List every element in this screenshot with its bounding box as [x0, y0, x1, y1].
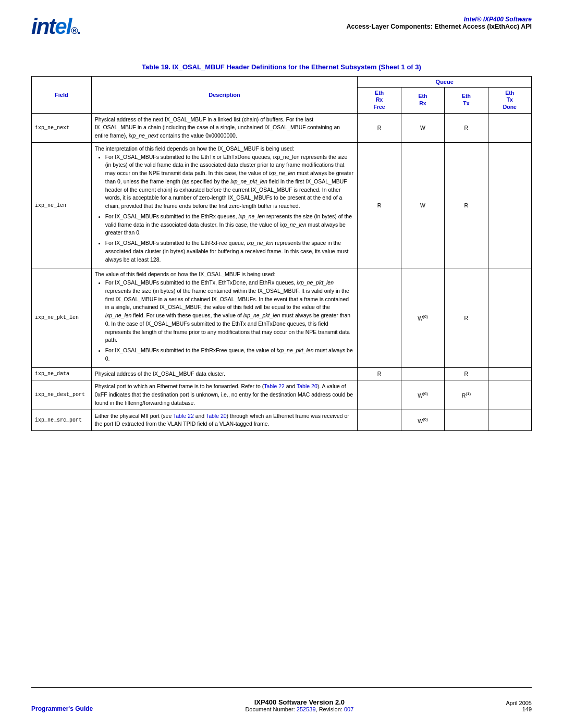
table-row: ixp_ne_len The interpretation of this fi… [32, 142, 532, 268]
field-ixp-ne-src-port: ixp_ne_src_port [32, 410, 92, 431]
footer-right: April 2005 149 [506, 700, 532, 712]
ixp-ne-data-col3: R [445, 367, 488, 380]
ixp-ne-next-col4 [488, 113, 531, 142]
ixp-ne-src-port-col1 [358, 410, 401, 431]
ixp-ne-len-col3: R [445, 142, 488, 268]
table-row: ixp_ne_dest_port Physical port to which … [32, 380, 532, 410]
table-title: Table 19. IX_OSAL_MBUF Header Definition… [31, 63, 532, 71]
footer-doc-number: Document Number: 252539, Revision: 007 [245, 706, 353, 712]
ixp-ne-len-col4 [488, 142, 531, 268]
description-column-header: Description [91, 76, 358, 113]
intel-logo: intel®. [31, 16, 80, 44]
ixp-ne-len-col2: W [401, 142, 444, 268]
ixp-ne-next-col1: R [358, 113, 401, 142]
header-product-name: Intel® IXP400 Software [347, 16, 532, 23]
table-row: ixp_ne_src_port Either the physical MII … [32, 410, 532, 431]
ixp-ne-dest-port-col2: W(6) [401, 380, 444, 410]
field-ixp-ne-dest-port: ixp_ne_dest_port [32, 380, 92, 410]
footer-page: 149 [506, 706, 532, 712]
eth-rx-free-header: Eth Rx Free [358, 87, 401, 113]
footer-left: Programmer's Guide [31, 705, 93, 712]
ixp-ne-pkt-len-col1 [358, 268, 401, 367]
main-table: Field Description Queue Eth Rx Free Eth … [31, 76, 532, 431]
table-row: ixp_ne_data Physical address of the IX_O… [32, 367, 532, 380]
ixp-ne-data-col1: R [358, 367, 401, 380]
desc-ixp-ne-data: Physical address of the IX_OSAL_MBUF dat… [91, 367, 358, 380]
queue-group-header: Queue [358, 76, 532, 87]
desc-ixp-ne-dest-port: Physical port to which an Ethernet frame… [91, 380, 358, 410]
ixp-ne-pkt-len-col2: W(6) [401, 268, 444, 367]
ixp-ne-dest-port-col3: R(1) [445, 380, 488, 410]
footer: Programmer's Guide IXP400 Software Versi… [31, 687, 532, 712]
ixp-ne-len-col1: R [358, 142, 401, 268]
desc-ixp-ne-next: Physical address of the next IX_OSAL_MBU… [91, 113, 358, 142]
footer-doc-title: IXP400 Software Version 2.0 [245, 698, 353, 706]
header-right: Intel® IXP400 Software Access-Layer Comp… [347, 16, 532, 30]
eth-tx-header: Eth Tx [445, 87, 488, 113]
desc-ixp-ne-src-port: Either the physical MII port (see Table … [91, 410, 358, 431]
table-row: ixp_ne_pkt_len The value of this field d… [32, 268, 532, 367]
field-column-header: Field [32, 76, 92, 113]
eth-tx-done-header: Eth Tx Done [488, 87, 531, 113]
ixp-ne-src-port-col4 [488, 410, 531, 431]
desc-ixp-ne-len: The interpretation of this field depends… [91, 142, 358, 268]
ixp-ne-pkt-len-col4 [488, 268, 531, 367]
field-ixp-ne-len: ixp_ne_len [32, 142, 92, 268]
field-ixp-ne-next: ixp_ne_next [32, 113, 92, 142]
footer-center: IXP400 Software Version 2.0 Document Num… [245, 698, 353, 712]
ixp-ne-dest-port-col1 [358, 380, 401, 410]
eth-rx-header: Eth Rx [401, 87, 444, 113]
ixp-ne-data-col2 [401, 367, 444, 380]
field-ixp-ne-pkt-len: ixp_ne_pkt_len [32, 268, 92, 367]
ixp-ne-pkt-len-col3: R [445, 268, 488, 367]
ixp-ne-dest-port-col4 [488, 380, 531, 410]
ixp-ne-src-port-col3 [445, 410, 488, 431]
desc-ixp-ne-pkt-len: The value of this field depends on how t… [91, 268, 358, 367]
ixp-ne-src-port-col2: W(6) [401, 410, 444, 431]
ixp-ne-next-col2: W [401, 113, 444, 142]
ixp-ne-data-col4 [488, 367, 531, 380]
table-row: ixp_ne_next Physical address of the next… [32, 113, 532, 142]
field-ixp-ne-data: ixp_ne_data [32, 367, 92, 380]
header-subtitle: Access-Layer Components: Ethernet Access… [347, 23, 532, 30]
footer-date: April 2005 [506, 700, 532, 706]
ixp-ne-next-col3: R [445, 113, 488, 142]
page: intel®. Intel® IXP400 Software Access-La… [0, 0, 563, 728]
header: intel®. Intel® IXP400 Software Access-La… [31, 16, 532, 44]
